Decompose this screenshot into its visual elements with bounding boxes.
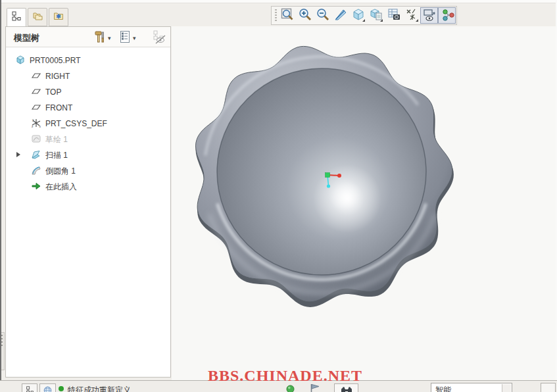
tree-item-insert-here[interactable]: 在此插入: [6, 179, 170, 195]
globe-icon: [43, 385, 52, 392]
tree-item-label: FRONT: [45, 103, 72, 112]
navigator-tab-strip: ✱: [7, 8, 70, 27]
panel-title: 模型树: [14, 32, 39, 44]
favorites-folder-icon: ✱: [53, 11, 64, 24]
view-toolbar: [271, 6, 457, 25]
model-tree-toggle-button[interactable]: [22, 383, 37, 392]
binoculars-icon: [341, 385, 352, 392]
toolbar-grip[interactable]: [275, 9, 277, 22]
zoom-out-button[interactable]: [314, 7, 331, 24]
statusbar-right-button[interactable]: [541, 383, 556, 392]
saved-orientations-button[interactable]: [367, 7, 385, 24]
repaint-icon: [333, 7, 348, 24]
model-tree: PRT0005.PRT RIGHT TOP: [6, 47, 170, 195]
tree-item-csys[interactable]: y x z PRT_CSYS_DEF: [6, 116, 170, 132]
view-manager-icon: [387, 7, 401, 24]
navigator-panel: 模型树 ▾: [5, 26, 171, 378]
tree-item-part[interactable]: PRT0005.PRT: [6, 53, 170, 68]
knob-model[interactable]: [196, 46, 454, 307]
application-window: ✱: [0, 0, 557, 392]
browser-toggle-button[interactable]: [39, 383, 56, 392]
round-icon: [31, 165, 41, 178]
tree-item-label: 在此插入: [45, 182, 77, 193]
status-message: 特征成功重新定义: [68, 385, 131, 392]
tree-item-sketch[interactable]: 草绘 1: [6, 132, 170, 147]
graphics-area[interactable]: [172, 26, 556, 380]
selection-filter-value: 智能: [431, 383, 451, 392]
sweep-icon: [31, 149, 41, 162]
zoom-out-icon: [316, 7, 330, 24]
window-left-edge: [0, 0, 1, 392]
tools-icon: [93, 30, 106, 47]
view-manager-button[interactable]: [385, 7, 402, 24]
repaint-button[interactable]: [331, 7, 349, 24]
dropdown-corner: [380, 19, 383, 22]
zoom-in-icon: [298, 7, 312, 24]
tab-folder-browser[interactable]: [28, 8, 47, 26]
settings-list-icon: [119, 30, 131, 47]
model-tree-header: 模型树 ▾: [6, 27, 170, 47]
chevron-down-icon: ▾: [133, 35, 136, 41]
folders-icon: [32, 11, 43, 24]
svg-text:z: z: [32, 124, 34, 128]
tree-item-label: 倒圆角 1: [45, 166, 76, 177]
tree-item-label: 草绘 1: [45, 134, 68, 145]
selection-filter-combobox[interactable]: 智能: [431, 383, 512, 392]
datum-plane-icon: [31, 70, 41, 83]
zoom-in-button[interactable]: [296, 7, 314, 24]
datum-display-button[interactable]: [402, 7, 420, 24]
refit-button[interactable]: [278, 7, 296, 24]
sketch-icon: [31, 134, 41, 146]
combobox-dropdown-area[interactable]: [502, 384, 511, 392]
regeneration-status-icon[interactable]: [286, 384, 295, 392]
part-icon: [15, 55, 26, 67]
model-viewport: [172, 26, 556, 380]
annotation-display-icon: [422, 7, 437, 24]
model-tree-icon: [26, 385, 34, 392]
bowl-specular: [313, 164, 381, 233]
tree-item-label: PRT_CSYS_DEF: [45, 119, 107, 128]
tree-filters-button[interactable]: ▾: [93, 30, 111, 47]
expand-arrow-icon[interactable]: [16, 152, 20, 157]
tree-item-label: TOP: [45, 87, 61, 97]
tab-favorites[interactable]: ✱: [49, 8, 68, 26]
tree-item-label: PRT0005.PRT: [30, 56, 81, 65]
tree-item-datum-front[interactable]: FRONT: [6, 100, 170, 116]
spin-center-icon: [440, 7, 454, 24]
tree-item-label: 扫描 1: [45, 150, 68, 161]
spin-center-button[interactable]: [438, 7, 456, 24]
dropdown-corner: [362, 19, 365, 22]
tree-visibility-button[interactable]: [152, 30, 168, 48]
status-indicator-dot: [59, 386, 64, 391]
datum-plane-icon: [31, 86, 41, 99]
svg-text:✱: ✱: [56, 13, 61, 20]
svg-text:x: x: [39, 124, 41, 128]
datum-plane-icon: [31, 102, 41, 114]
tree-visibility-icon: [152, 30, 168, 48]
window-top-band: [0, 0, 557, 3]
tree-item-datum-right[interactable]: RIGHT: [6, 68, 170, 84]
model-tree-icon: [11, 11, 22, 24]
tree-settings-button[interactable]: ▾: [119, 30, 136, 47]
knob-bowl: [217, 68, 426, 275]
dropdown-corner: [416, 19, 418, 22]
display-style-button[interactable]: [349, 7, 367, 24]
tree-item-round[interactable]: 倒圆角 1: [6, 163, 170, 179]
csys-icon: y x z: [31, 118, 41, 130]
tree-item-datum-top[interactable]: TOP: [6, 84, 170, 100]
tree-item-sweep[interactable]: 扫描 1: [6, 147, 170, 163]
watermark-text: BBS.CHINADE.NET: [208, 367, 362, 385]
insert-here-icon: [31, 181, 41, 193]
tree-item-label: RIGHT: [45, 72, 70, 81]
refit-icon: [280, 7, 295, 24]
tab-model-tree[interactable]: [7, 8, 26, 27]
chevron-down-icon: ▾: [108, 35, 111, 41]
annotation-display-button[interactable]: [420, 7, 438, 24]
